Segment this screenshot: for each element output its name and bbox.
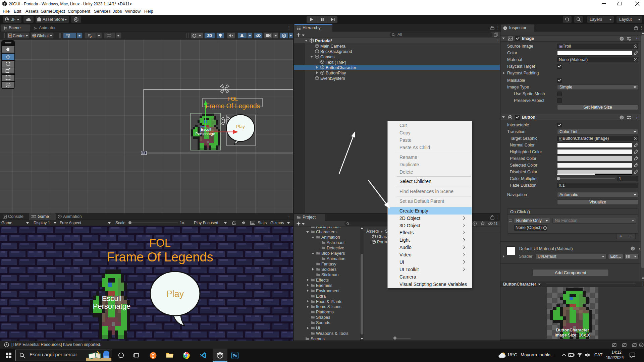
svg-text:Escull: Escull: [201, 127, 211, 131]
svg-text:FOL: FOL: [227, 96, 238, 102]
svg-text:Y: Y: [68, 36, 69, 38]
svg-text:Frame Of Legends: Frame Of Legends: [107, 250, 213, 264]
svg-text:Escull: Escull: [102, 294, 122, 303]
svg-text:?: ?: [621, 37, 623, 41]
svg-text:Play: Play: [236, 124, 245, 129]
svg-text:?: ?: [632, 247, 634, 250]
svg-text:FOL: FOL: [149, 237, 171, 249]
svg-text:Personatge: Personatge: [196, 132, 215, 136]
svg-text:Frame Of Legends: Frame Of Legends: [206, 102, 260, 110]
svg-text:Play: Play: [166, 289, 184, 299]
svg-text:Personatge: Personatge: [93, 302, 131, 310]
svg-text:Ps: Ps: [233, 354, 237, 358]
svg-text:?: ?: [621, 116, 623, 119]
